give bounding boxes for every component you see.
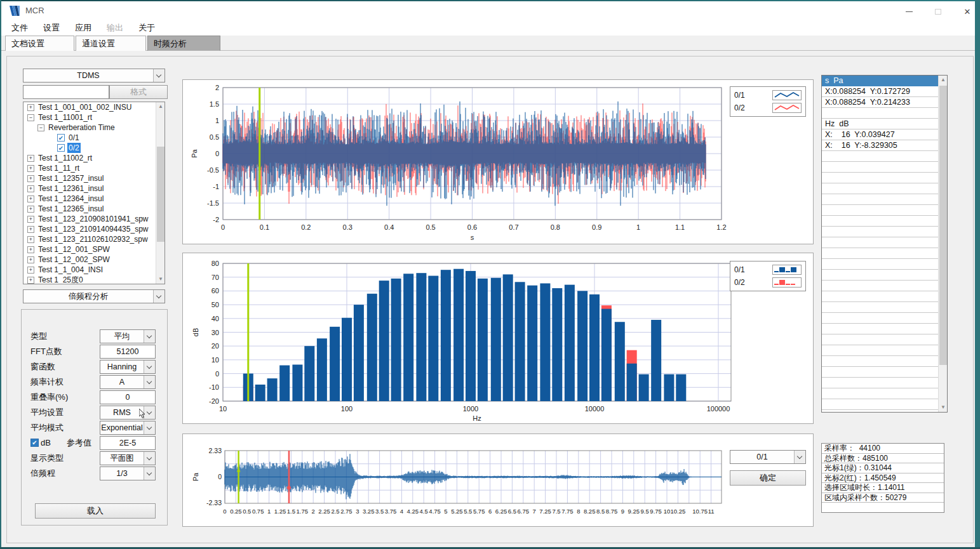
tree-item[interactable]: +Test 1_123_210908101941_spw: [23, 214, 164, 224]
menu-item-输出[interactable]: 输出: [99, 20, 131, 36]
readout-row[interactable]: X:0.088254 Y:0.172729: [822, 86, 947, 97]
readout-row[interactable]: [822, 108, 947, 119]
field-input-FFT点数[interactable]: [100, 345, 156, 359]
tree-item[interactable]: +Test 1_11002_rt: [23, 153, 164, 163]
expand-plus-icon[interactable]: +: [27, 104, 34, 111]
maximize-button[interactable]: [929, 3, 948, 20]
expand-plus-icon[interactable]: +: [27, 246, 34, 253]
readout-row[interactable]: [822, 367, 947, 378]
readout-row[interactable]: [822, 388, 947, 399]
expand-plus-icon[interactable]: +: [27, 267, 34, 274]
tree-item[interactable]: +Test 1_12365_insul: [23, 204, 164, 214]
readout-row[interactable]: [822, 291, 947, 302]
field-select-类型[interactable]: 平均: [100, 329, 156, 343]
readout-row[interactable]: [822, 227, 947, 237]
expand-plus-icon[interactable]: +: [27, 236, 34, 243]
time-waveform-chart[interactable]: 21.510.50-0.5-1-1.5-200.10.20.30.40.50.6…: [183, 80, 813, 244]
tree-item[interactable]: +Test 1_12_002_SPW: [23, 255, 164, 265]
readout-row[interactable]: [822, 302, 947, 313]
tree-item[interactable]: +Test 1_123_210914094435_spw: [23, 224, 164, 234]
readout-header-row[interactable]: s Pa: [822, 76, 947, 86]
menu-item-文件[interactable]: 文件: [4, 20, 36, 36]
checkbox[interactable]: ✔: [57, 134, 65, 142]
tab-通道设置[interactable]: 通道设置: [76, 36, 146, 51]
menu-item-关于[interactable]: 关于: [131, 20, 163, 36]
collapse-minus-icon[interactable]: −: [37, 124, 44, 131]
expand-plus-icon[interactable]: +: [27, 165, 34, 172]
readout-row[interactable]: [822, 216, 947, 227]
file-format-select[interactable]: TDMS: [23, 69, 165, 83]
minimize-button[interactable]: [899, 3, 918, 20]
tab-时频分析[interactable]: 时频分析: [147, 36, 220, 51]
reference-value-input[interactable]: [100, 436, 156, 450]
readout-row[interactable]: [822, 237, 947, 248]
readout-row[interactable]: [822, 281, 947, 291]
tree-item[interactable]: +Test 1_12364_insul: [23, 194, 164, 204]
tree-item[interactable]: +Test 1_12357_insul: [23, 173, 164, 183]
scroll-thumb[interactable]: [157, 147, 164, 242]
tree-item[interactable]: +Test 1_25度0: [23, 275, 164, 284]
tree-item[interactable]: +Test 1_1_004_INSI: [23, 265, 164, 275]
checkbox[interactable]: ✔: [57, 144, 65, 152]
expand-plus-icon[interactable]: +: [27, 185, 34, 192]
readout-row[interactable]: X:0.088254 Y:0.214233: [822, 97, 947, 108]
tree-item[interactable]: +Test 1_123_211026102932_spw: [23, 234, 164, 244]
readout-row[interactable]: Hz dB: [822, 119, 947, 129]
field-select-频率计权[interactable]: A: [100, 375, 156, 389]
field-input-重叠率(%)[interactable]: [100, 390, 156, 404]
readout-row[interactable]: [822, 151, 947, 162]
load-button[interactable]: 载入: [35, 503, 156, 519]
readout-row[interactable]: [822, 183, 947, 194]
tree-item[interactable]: −Test 1_11001_rt: [23, 112, 164, 122]
readout-row[interactable]: [822, 205, 947, 216]
tree-item[interactable]: ✔0/1: [23, 133, 164, 143]
readout-row[interactable]: [822, 345, 947, 356]
expand-plus-icon[interactable]: +: [27, 256, 34, 263]
confirm-button[interactable]: 确定: [730, 470, 806, 486]
scroll-thumb[interactable]: [939, 86, 947, 365]
readout-row[interactable]: [822, 334, 947, 345]
expand-plus-icon[interactable]: +: [27, 206, 34, 213]
readout-row[interactable]: [822, 399, 947, 410]
readout-row[interactable]: X: 16 Y:0.039427: [822, 129, 947, 140]
menu-item-设置[interactable]: 设置: [36, 20, 67, 36]
filter-input[interactable]: [23, 85, 109, 99]
readout-row[interactable]: [822, 259, 947, 270]
tab-文档设置[interactable]: 文档设置: [5, 36, 74, 51]
tree-item[interactable]: ✔0/2: [23, 143, 164, 153]
field-select-平均模式[interactable]: Exponential: [100, 421, 156, 435]
readout-row[interactable]: [822, 324, 947, 334]
tree-item[interactable]: +Test 1_11_rt: [23, 163, 164, 173]
readout-row[interactable]: [822, 270, 947, 281]
expand-plus-icon[interactable]: +: [27, 175, 34, 182]
tree-item[interactable]: +Test 1_001_001_002_INSU: [23, 102, 164, 112]
readout-row[interactable]: [822, 162, 947, 173]
field-select-显示类型[interactable]: 平面图: [100, 451, 156, 465]
readout-row[interactable]: [822, 313, 947, 324]
field-select-倍频程[interactable]: 1/3: [100, 466, 156, 480]
db-checkbox[interactable]: ✔: [30, 439, 39, 447]
readout-row[interactable]: [822, 194, 947, 205]
analysis-type-select[interactable]: 倍频程分析: [23, 289, 165, 303]
expand-plus-icon[interactable]: +: [27, 155, 34, 162]
menu-item-应用[interactable]: 应用: [67, 20, 99, 36]
tree-item[interactable]: +Test 1_12361_insul: [23, 183, 164, 194]
tree-scrollbar[interactable]: ▲ ▼: [156, 102, 164, 284]
expand-plus-icon[interactable]: +: [27, 226, 34, 233]
format-button[interactable]: 格式: [109, 85, 168, 99]
list-scrollbar[interactable]: ▲ ▼: [938, 76, 947, 412]
full-waveform-chart[interactable]: 2.330-2.3300.250.50.7511.251.51.7522.252…: [183, 434, 813, 526]
field-select-窗函数[interactable]: Hanning: [100, 360, 156, 374]
expand-plus-icon[interactable]: +: [27, 277, 34, 284]
readout-row[interactable]: [822, 173, 947, 183]
tree-item[interactable]: +Test 1_12_001_SPW: [23, 244, 164, 255]
channel-select[interactable]: 0/1: [730, 450, 806, 464]
readout-row[interactable]: [822, 378, 947, 388]
collapse-minus-icon[interactable]: −: [27, 114, 34, 121]
close-button[interactable]: ✕: [958, 3, 977, 20]
expand-plus-icon[interactable]: +: [27, 195, 34, 202]
readout-row[interactable]: X: 16 Y:-8.329305: [822, 140, 947, 151]
field-select-平均设置[interactable]: RMS: [100, 406, 156, 420]
octave-spectrum-chart[interactable]: 80706050403020100-10-2010100100010000100…: [183, 253, 813, 423]
expand-plus-icon[interactable]: +: [27, 216, 34, 223]
